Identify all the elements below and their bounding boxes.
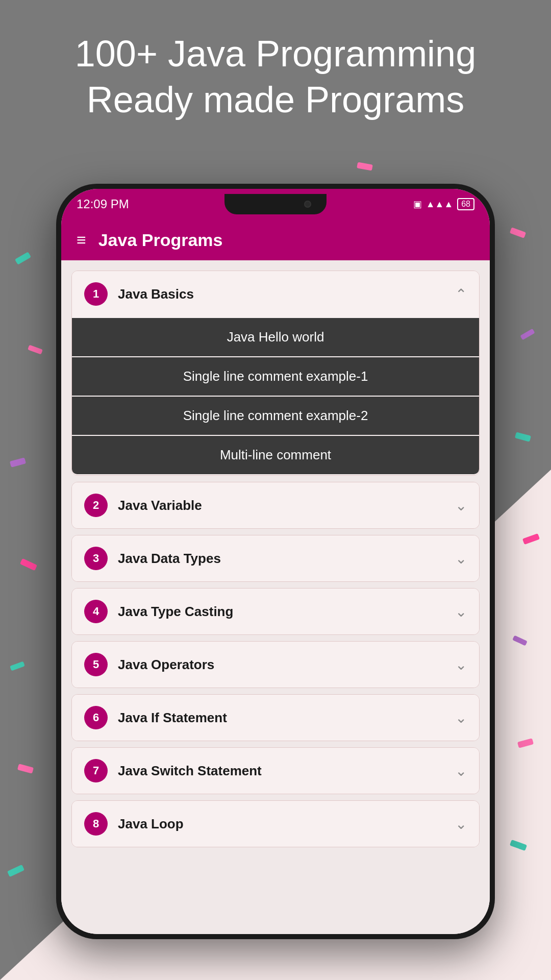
sub-item-0-3[interactable]: Multi-line comment	[72, 436, 479, 474]
accordion-item-8: 8 Java Loop ⌄	[71, 800, 480, 847]
sub-item-0-0[interactable]: Java Hello world	[72, 318, 479, 356]
sub-item-text-0-1: Single line comment example-1	[183, 369, 368, 384]
accordion-label-6: Java Switch Statement	[118, 763, 455, 779]
accordion-item-6: 6 Java If Statement ⌄	[71, 694, 480, 741]
chevron-icon-2: ⌄	[455, 550, 467, 567]
battery-icon: 68	[457, 198, 474, 210]
accordion-label-3: Java Type Casting	[118, 604, 455, 620]
accordion-header-7[interactable]: 8 Java Loop ⌄	[72, 801, 479, 847]
accordion-item-3: 3 Java Data Types ⌄	[71, 535, 480, 582]
phone-frame: 12:09 PM ▣ ▲▲▲ 68 ≡ Java Programs 1 Java…	[56, 184, 495, 939]
status-time: 12:09 PM	[77, 197, 129, 211]
accordion-header-2[interactable]: 3 Java Data Types ⌄	[72, 535, 479, 581]
chevron-icon-0: ⌃	[455, 286, 467, 303]
accordion-label-4: Java Operators	[118, 657, 455, 673]
app-title: Java Programs	[98, 230, 223, 250]
notch-camera	[304, 201, 311, 208]
accordion-item-1: 1 Java Basics ⌃ Java Hello world Single …	[71, 271, 480, 476]
accordion-badge-7: 8	[84, 812, 108, 836]
sub-item-text-0-3: Multi-line comment	[220, 447, 331, 463]
accordion-label-7: Java Loop	[118, 816, 455, 832]
accordion-badge-1: 2	[84, 494, 108, 517]
accordion-badge-6: 7	[84, 759, 108, 782]
sub-item-0-2[interactable]: Single line comment example-2	[72, 397, 479, 435]
signal-icon: ▲▲▲	[426, 199, 453, 210]
chevron-icon-7: ⌄	[455, 816, 467, 832]
accordion-badge-0: 1	[84, 282, 108, 306]
accordion-item-2: 2 Java Variable ⌄	[71, 482, 480, 529]
accordion-label-0: Java Basics	[118, 286, 455, 302]
hamburger-icon[interactable]: ≡	[77, 231, 86, 250]
chevron-icon-4: ⌄	[455, 656, 467, 673]
header-title-text: 100+ Java ProgrammingReady made Programs	[75, 33, 476, 120]
accordion-header-0[interactable]: 1 Java Basics ⌃	[72, 271, 479, 317]
chevron-icon-5: ⌄	[455, 709, 467, 726]
accordion-header-4[interactable]: 5 Java Operators ⌄	[72, 642, 479, 688]
accordion-label-2: Java Data Types	[118, 551, 455, 567]
accordion-item-7: 7 Java Switch Statement ⌄	[71, 747, 480, 794]
sub-item-text-0-0: Java Hello world	[227, 329, 324, 345]
accordion-header-5[interactable]: 6 Java If Statement ⌄	[72, 695, 479, 741]
sub-item-text-0-2: Single line comment example-2	[183, 408, 368, 424]
accordion-label-5: Java If Statement	[118, 710, 455, 726]
sub-item-0-1[interactable]: Single line comment example-1	[72, 357, 479, 396]
header-title: 100+ Java ProgrammingReady made Programs	[0, 31, 551, 122]
chevron-icon-3: ⌄	[455, 603, 467, 620]
accordion-item-5: 5 Java Operators ⌄	[71, 641, 480, 688]
chevron-icon-1: ⌄	[455, 497, 467, 514]
accordion-item-4: 4 Java Type Casting ⌄	[71, 588, 480, 635]
chevron-icon-6: ⌄	[455, 763, 467, 779]
accordion-badge-4: 5	[84, 653, 108, 676]
phone-screen: 12:09 PM ▣ ▲▲▲ 68 ≡ Java Programs 1 Java…	[61, 189, 490, 934]
status-icons: ▣ ▲▲▲ 68	[413, 198, 474, 210]
accordion-badge-5: 6	[84, 706, 108, 729]
app-bar: ≡ Java Programs	[61, 219, 490, 260]
accordion-header-6[interactable]: 7 Java Switch Statement ⌄	[72, 748, 479, 794]
accordion-header-1[interactable]: 2 Java Variable ⌄	[72, 482, 479, 528]
accordion-header-3[interactable]: 4 Java Type Casting ⌄	[72, 589, 479, 634]
network-icon: ▣	[413, 199, 422, 210]
content-area: 1 Java Basics ⌃ Java Hello world Single …	[61, 260, 490, 934]
accordion-badge-3: 4	[84, 600, 108, 623]
accordion-label-1: Java Variable	[118, 498, 455, 513]
accordion-badge-2: 3	[84, 547, 108, 570]
notch	[224, 194, 327, 214]
